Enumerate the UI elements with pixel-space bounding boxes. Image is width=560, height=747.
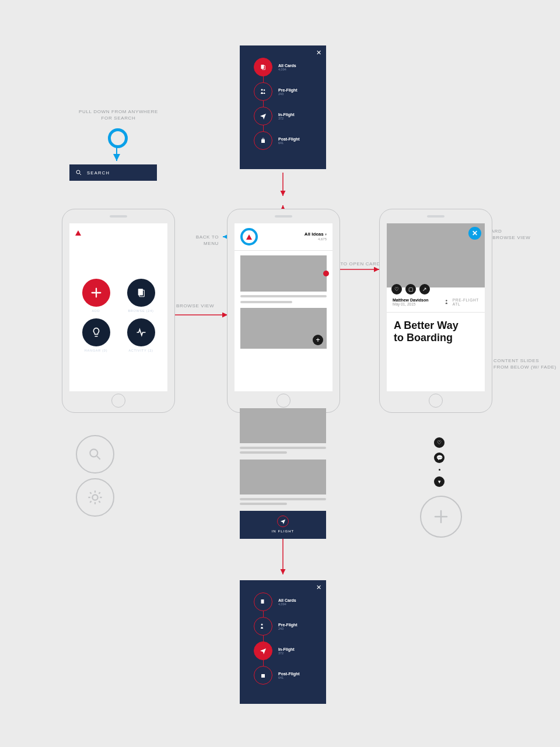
phone-detail: ✕ ♡ ▢ ↗ Matthew Davidson May 01, 2015 PR… — [379, 209, 492, 413]
phone-home: 9:02 AM BOS Morning Mia ADD BROWSE (24) — [62, 209, 175, 413]
tile-add[interactable]: ADD — [76, 279, 116, 313]
add-idea-button[interactable] — [420, 496, 462, 538]
browse-card[interactable] — [240, 460, 326, 505]
wireframe-flow-canvas: PULL DOWN FROM ANYWHERE FOR SEARCH SEARC… — [0, 0, 560, 747]
svg-rect-19 — [262, 138, 264, 139]
plane-icon — [280, 518, 286, 524]
status-airport: BOS — [85, 233, 102, 237]
bookmark-button[interactable]: ▢ — [405, 284, 416, 294]
browse-overflow: IN FLIGHT — [240, 408, 326, 539]
phone-browse: All Ideas ▾ 4,675 + — [227, 209, 340, 413]
search-placeholder: SEARCH — [87, 170, 110, 176]
bulb-icon — [90, 327, 102, 338]
cards-icon — [136, 287, 146, 298]
cards-icon — [260, 598, 267, 605]
svg-point-25 — [261, 624, 263, 626]
detail-action-stack: ♡ 💬 ▾ — [434, 437, 444, 487]
svg-line-28 — [97, 456, 100, 459]
browse-menu-button[interactable] — [240, 228, 258, 246]
tile-activity[interactable]: ACTIVITY (2) — [121, 318, 160, 352]
pull-search-hint: PULL DOWN FROM ANYWHERE FOR SEARCH — [75, 109, 162, 122]
home-screen: 9:02 AM BOS Morning Mia ADD BROWSE (24) — [69, 223, 167, 391]
detail-date: May 01, 2015 — [393, 302, 428, 306]
plane-icon — [260, 113, 267, 120]
svg-rect-14 — [261, 65, 264, 69]
like-button[interactable]: ♡ — [391, 284, 402, 294]
detail-stage: PRE-FLIGHT — [453, 298, 479, 302]
home-greeting: Morning Mia — [69, 237, 167, 274]
svg-rect-18 — [261, 139, 265, 143]
status-time: 9:02 AM — [85, 229, 102, 233]
search-bar[interactable]: SEARCH — [69, 164, 157, 181]
label-content-slides: CONTENT SLIDESFROM BELOW (W/ FADE) — [494, 358, 556, 371]
detail-airport: ATL — [453, 302, 479, 306]
label-back-to-menu: BACK TO MENU — [184, 234, 219, 247]
svg-rect-26 — [261, 674, 265, 678]
svg-point-27 — [90, 449, 97, 457]
search-shortcut-icon[interactable] — [76, 435, 114, 474]
svg-point-29 — [92, 495, 97, 500]
label-browse-view: BROWSE VIEW — [176, 303, 214, 310]
browse-card[interactable]: + — [240, 308, 327, 349]
expand-down-button[interactable]: ▾ — [434, 476, 444, 487]
like-button[interactable]: ♡ — [434, 437, 444, 448]
menu-panel-bottom: ✕ All Cards4,094 Pre-Flight243 In-Flight… — [240, 580, 326, 704]
svg-point-12 — [76, 170, 80, 174]
close-card-button[interactable]: ✕ — [468, 227, 481, 240]
menu-panel-top: ✕ All Cards4,094 Pre-Flight243 In-Flight… — [240, 45, 326, 169]
detail-hero-image: ✕ ♡ ▢ ↗ — [387, 223, 485, 287]
card-add-button[interactable]: + — [313, 335, 323, 345]
browse-filter-select[interactable]: All Ideas ▾ 4,675 — [304, 232, 327, 241]
menu-item-post-flight[interactable]: Post-Flight641 — [240, 663, 326, 688]
menu-item-all-cards[interactable]: All Cards4,094 — [240, 590, 326, 614]
menu-item-in-flight[interactable]: In-Flight372 — [240, 639, 326, 663]
tile-browse[interactable]: BROWSE (24) — [121, 279, 160, 313]
browse-card[interactable] — [240, 408, 326, 454]
delta-logo-icon — [246, 234, 252, 240]
svg-line-13 — [80, 174, 82, 176]
svg-line-34 — [90, 492, 91, 493]
plus-icon — [90, 286, 103, 299]
svg-rect-24 — [261, 599, 264, 604]
settings-shortcut-icon[interactable] — [76, 478, 114, 517]
passengers-icon — [260, 623, 267, 630]
passengers-icon — [260, 88, 267, 95]
pulse-icon — [135, 327, 147, 338]
menu-item-pre-flight[interactable]: Pre-Flight243 — [240, 614, 326, 639]
comment-button[interactable]: 💬 — [434, 453, 444, 463]
plane-icon — [260, 647, 267, 654]
pull-indicator-icon — [108, 128, 128, 148]
detail-author: Matthew Davidson — [393, 298, 428, 302]
menu-item-all-cards[interactable]: All Cards4,094 — [240, 55, 326, 79]
svg-line-36 — [90, 501, 91, 502]
browse-screen: All Ideas ▾ 4,675 + — [235, 223, 332, 391]
svg-point-23 — [446, 300, 447, 301]
search-icon — [75, 169, 82, 176]
menu-item-pre-flight[interactable]: Pre-Flight243 — [240, 79, 326, 104]
svg-line-37 — [99, 492, 100, 493]
luggage-icon — [260, 137, 267, 144]
browse-card[interactable] — [240, 255, 327, 303]
delta-logo-icon — [75, 230, 81, 236]
passengers-icon — [444, 299, 450, 305]
detail-screen: ✕ ♡ ▢ ↗ Matthew Davidson May 01, 2015 PR… — [387, 223, 485, 391]
svg-point-17 — [264, 89, 265, 91]
svg-point-16 — [261, 89, 263, 91]
svg-line-35 — [99, 501, 100, 502]
luggage-icon — [260, 672, 267, 679]
detail-title: A Better Way to Boarding — [387, 315, 485, 343]
menu-item-post-flight[interactable]: Post-Flight641 — [240, 128, 326, 153]
browse-stage-footer[interactable]: IN FLIGHT — [240, 511, 326, 539]
share-button[interactable]: ↗ — [419, 284, 430, 294]
cards-icon — [260, 64, 267, 71]
menu-item-in-flight[interactable]: In-Flight372 — [240, 104, 326, 128]
tile-hangar[interactable]: HANGAR (0) — [76, 318, 116, 352]
